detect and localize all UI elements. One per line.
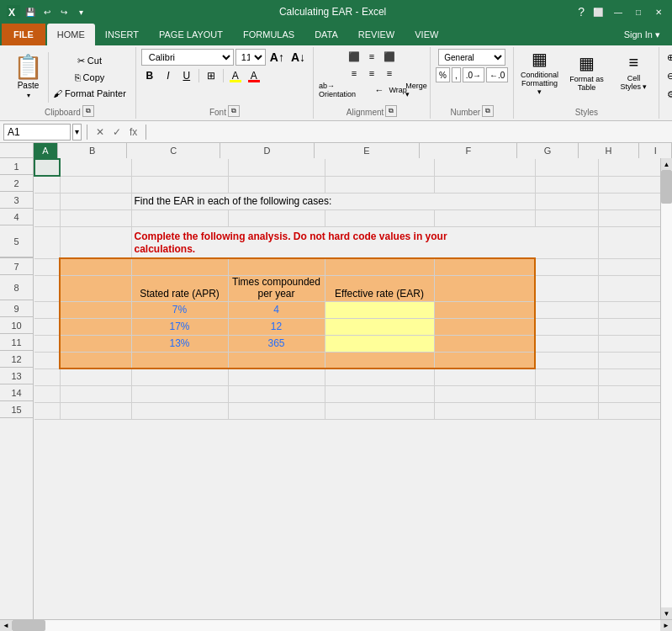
row-num-11[interactable]: 11 xyxy=(0,334,33,351)
cell-e7[interactable] xyxy=(325,258,434,275)
paste-button[interactable]: 📋 Paste ▾ xyxy=(8,52,49,103)
cell-d2[interactable] xyxy=(228,176,325,193)
cell-b7[interactable] xyxy=(60,258,131,275)
cell-a10[interactable] xyxy=(34,318,60,335)
cell-a11[interactable] xyxy=(34,335,60,352)
cell-e12[interactable] xyxy=(325,352,434,369)
cell-g3[interactable] xyxy=(598,193,660,209)
decrease-font-button[interactable]: A↓ xyxy=(288,49,308,66)
cell-d13[interactable] xyxy=(228,369,325,385)
scroll-left-button[interactable]: ◄ xyxy=(0,620,12,631)
font-color-button[interactable]: A xyxy=(246,67,262,84)
alignment-expand[interactable]: ⧉ xyxy=(385,105,397,117)
increase-font-button[interactable]: A↑ xyxy=(267,49,287,66)
cell-a4[interactable] xyxy=(34,209,60,226)
cell-h14[interactable] xyxy=(598,385,660,402)
scroll-track[interactable] xyxy=(661,170,672,607)
cell-b3[interactable] xyxy=(60,193,131,209)
align-top-right-button[interactable]: ⬛ xyxy=(381,49,398,64)
undo-icon[interactable]: ↩ xyxy=(40,5,54,19)
orientation-button[interactable]: ab→ Orientation xyxy=(319,82,369,98)
cell-d7[interactable] xyxy=(228,258,325,275)
cell-h13[interactable] xyxy=(598,369,660,385)
cell-e9[interactable] xyxy=(325,301,434,318)
cut-button[interactable]: ✂ Cut xyxy=(50,54,129,69)
cell-h9[interactable] xyxy=(598,301,660,318)
cell-e14[interactable] xyxy=(325,385,434,402)
cell-g2[interactable] xyxy=(535,176,598,193)
comma-button[interactable]: , xyxy=(452,67,461,82)
row-num-12[interactable]: 12 xyxy=(0,351,33,368)
vertical-scrollbar[interactable]: ▲ ▼ xyxy=(660,158,672,619)
align-top-left-button[interactable]: ⬛ xyxy=(346,49,362,64)
scroll-right-button[interactable]: ► xyxy=(660,620,672,631)
row-num-13[interactable]: 13 xyxy=(0,368,33,384)
formula-input[interactable] xyxy=(151,124,669,141)
tab-home[interactable]: HOME xyxy=(47,24,95,45)
cell-e10[interactable] xyxy=(325,318,434,335)
cell-g14[interactable] xyxy=(535,385,598,402)
cell-a15[interactable] xyxy=(34,402,60,419)
scroll-h-thumb[interactable] xyxy=(12,620,45,631)
cell-d11[interactable]: 365 xyxy=(228,335,325,352)
cell-b4[interactable] xyxy=(60,209,131,226)
cell-c7[interactable] xyxy=(131,258,228,275)
cell-a3[interactable] xyxy=(34,193,60,209)
align-center-button[interactable]: ≡ xyxy=(363,66,380,81)
cell-b1[interactable] xyxy=(60,159,131,176)
cell-e4[interactable] xyxy=(325,209,434,226)
cell-d12[interactable] xyxy=(228,352,325,369)
save-icon[interactable]: 💾 xyxy=(24,5,37,19)
cell-f10[interactable] xyxy=(434,318,535,335)
font-family-select[interactable]: Calibri xyxy=(141,49,234,66)
tab-file[interactable]: FILE xyxy=(2,24,45,45)
cell-f13[interactable] xyxy=(434,369,535,385)
cell-g8[interactable] xyxy=(535,275,598,301)
horizontal-scrollbar[interactable]: ◄ ► xyxy=(0,619,672,631)
tab-formulas[interactable]: FORMULAS xyxy=(233,24,304,45)
row-num-3[interactable]: 3 xyxy=(0,192,33,209)
cell-h8[interactable] xyxy=(598,275,660,301)
cell-a5[interactable] xyxy=(34,226,60,258)
tab-review[interactable]: REVIEW xyxy=(348,24,405,45)
cell-g7[interactable] xyxy=(535,258,598,275)
paste-dropdown-icon[interactable]: ▾ xyxy=(27,92,30,99)
cell-f11[interactable] xyxy=(434,335,535,352)
format-button[interactable]: ⚙ Format ▾ xyxy=(664,86,672,103)
cell-g4[interactable] xyxy=(535,209,598,226)
cell-c2[interactable] xyxy=(131,176,228,193)
confirm-formula-icon[interactable]: ✓ xyxy=(109,125,124,139)
cell-a7[interactable] xyxy=(34,258,60,275)
cell-a1[interactable] xyxy=(34,159,60,176)
insert-button[interactable]: ⊕ Insert ▾ xyxy=(664,49,672,66)
cell-f4[interactable] xyxy=(434,209,535,226)
cell-h11[interactable] xyxy=(598,335,660,352)
cell-d4[interactable] xyxy=(228,209,325,226)
bold-button[interactable]: B xyxy=(141,67,158,84)
cell-c9[interactable]: 7% xyxy=(131,301,228,318)
name-box-dropdown[interactable]: ▾ xyxy=(72,124,82,141)
format-painter-button[interactable]: 🖌 Format Painter xyxy=(50,86,129,101)
cell-e1[interactable] xyxy=(325,159,434,176)
cell-f2[interactable] xyxy=(434,176,535,193)
row-num-7[interactable]: 7 xyxy=(0,258,33,275)
cell-d14[interactable] xyxy=(228,385,325,402)
cancel-formula-icon[interactable]: ✕ xyxy=(93,125,108,139)
cell-h12[interactable] xyxy=(598,352,660,369)
row-num-8[interactable]: 8 xyxy=(0,275,33,300)
col-header-g[interactable]: G xyxy=(517,143,579,158)
cell-h15[interactable] xyxy=(598,402,660,419)
row-num-5[interactable]: 5 xyxy=(0,225,33,257)
wrap-text-button[interactable]: Wrap xyxy=(389,82,406,98)
insert-function-icon[interactable]: fx xyxy=(126,125,140,139)
sign-in-button[interactable]: Sign In ▾ xyxy=(614,24,670,45)
scroll-thumb[interactable] xyxy=(661,170,672,204)
col-header-d[interactable]: D xyxy=(220,143,314,158)
col-header-i[interactable]: I xyxy=(639,143,672,158)
col-header-c[interactable]: C xyxy=(127,143,220,158)
format-as-table-button[interactable]: ▦ Format as Table xyxy=(563,49,610,95)
cell-f7[interactable] xyxy=(434,258,535,275)
cell-c11[interactable]: 13% xyxy=(131,335,228,352)
cell-d10[interactable]: 12 xyxy=(228,318,325,335)
cell-b13[interactable] xyxy=(60,369,131,385)
